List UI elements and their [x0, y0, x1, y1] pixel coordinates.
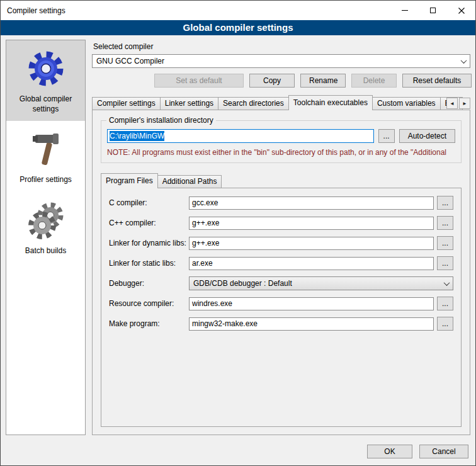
selected-compiler-combobox[interactable]: GNU GCC Compiler	[92, 54, 470, 68]
tab-custom-variables[interactable]: Custom variables	[372, 97, 441, 110]
set-as-default-button[interactable]: Set as default	[154, 74, 244, 88]
selected-compiler-label: Selected compiler	[93, 42, 470, 51]
tab-scroll-right-button[interactable]: ►	[459, 98, 470, 109]
cpp-compiler-input[interactable]	[189, 217, 434, 230]
tab-scroll-controls: ◄ ►	[446, 98, 470, 109]
static-linker-input[interactable]	[189, 257, 434, 270]
sidebar-item-global-compiler-settings[interactable]: Global compiler settings	[6, 40, 85, 121]
tab-linker-settings[interactable]: Linker settings	[160, 97, 218, 110]
dialog-header-title: Global compiler settings	[183, 22, 293, 33]
toolchain-executables-panel: Compiler's installation directory C:\ray…	[92, 110, 470, 435]
main-panel: Selected compiler GNU GCC Compiler Set a…	[92, 40, 470, 435]
titlebar: Compiler settings	[1, 1, 475, 20]
rename-button[interactable]: Rename	[300, 74, 346, 88]
dialog-header: Global compiler settings	[1, 20, 475, 35]
sidebar-item-label: Batch builds	[25, 246, 66, 256]
make-program-row: Make program: ...	[109, 317, 453, 331]
program-files-tabs: Program Files Additional Paths	[101, 173, 462, 188]
reset-defaults-button[interactable]: Reset defaults	[402, 74, 472, 88]
tab-toolchain-executables[interactable]: Toolchain executables	[288, 95, 373, 110]
c-compiler-input[interactable]	[189, 196, 434, 210]
tab-compiler-settings[interactable]: Compiler settings	[92, 97, 161, 110]
sidebar-item-profiler-settings[interactable]: Profiler settings	[6, 121, 85, 192]
window-controls	[390, 1, 475, 20]
chevron-down-icon	[458, 55, 470, 67]
bin-subdirectory-note: NOTE: All programs must exist either in …	[107, 148, 455, 157]
dynamic-linker-browse-button[interactable]: ...	[437, 236, 453, 250]
debugger-row: Debugger: GDB/CDB debugger : Default	[109, 276, 453, 290]
compiler-actions: Set as default Copy Rename Delete Reset …	[92, 74, 470, 88]
tab-program-files[interactable]: Program Files	[101, 173, 158, 188]
dynamic-linker-label: Linker for dynamic libs:	[109, 239, 189, 247]
dynamic-linker-row: Linker for dynamic libs: ...	[109, 236, 453, 250]
delete-button[interactable]: Delete	[351, 74, 397, 88]
sidebar-item-batch-builds[interactable]: Batch builds	[6, 192, 85, 263]
make-program-label: Make program:	[109, 319, 189, 328]
installation-directory-row: C:\raylib\MinGW ... Auto-detect	[107, 129, 455, 143]
tab-additional-paths[interactable]: Additional Paths	[157, 175, 222, 188]
c-compiler-label: C compiler:	[109, 198, 189, 207]
cancel-button[interactable]: Cancel	[419, 445, 468, 458]
arrow-right-icon: ►	[462, 101, 467, 106]
debugger-label: Debugger:	[109, 279, 189, 288]
static-linker-browse-button[interactable]: ...	[437, 256, 453, 270]
window-title: Compiler settings	[1, 6, 390, 15]
chevron-down-icon	[441, 277, 453, 290]
minimize-icon	[402, 10, 408, 11]
compiler-settings-tabs: Compiler settings Linker settings Search…	[92, 95, 470, 110]
resource-compiler-row: Resource compiler: ...	[109, 297, 453, 310]
installation-directory-input[interactable]: C:\raylib\MinGW	[107, 129, 374, 143]
cpp-compiler-browse-button[interactable]: ...	[437, 216, 453, 230]
minimize-button[interactable]	[390, 1, 419, 20]
auto-detect-button[interactable]: Auto-detect	[399, 129, 455, 143]
sidebar-item-label: Profiler settings	[20, 175, 72, 185]
maximize-icon	[430, 8, 436, 13]
cpp-compiler-label: C++ compiler:	[109, 219, 189, 227]
resource-compiler-input[interactable]	[189, 297, 434, 310]
installation-directory-value: C:\raylib\MinGW	[110, 131, 164, 141]
make-program-input[interactable]	[189, 317, 434, 331]
maximize-button[interactable]	[419, 1, 447, 20]
settings-category-sidebar: Global compiler settings Profiler settin…	[6, 40, 86, 435]
compiler-settings-dialog: Compiler settings Global compiler settin…	[0, 0, 476, 466]
tab-search-directories[interactable]: Search directories	[218, 97, 289, 110]
batch-builds-gears-icon	[26, 200, 66, 241]
resource-compiler-label: Resource compiler:	[109, 299, 189, 308]
dialog-body: Global compiler settings Profiler settin…	[1, 35, 475, 438]
program-files-panel: C compiler: ... C++ compiler: ... Linker…	[101, 188, 462, 427]
cpp-compiler-row: C++ compiler: ...	[109, 216, 453, 230]
static-linker-row: Linker for static libs: ...	[109, 256, 453, 270]
installation-directory-browse-button[interactable]: ...	[378, 129, 395, 143]
dynamic-linker-input[interactable]	[189, 237, 434, 250]
installation-directory-group: Compiler's installation directory C:\ray…	[101, 120, 462, 163]
selected-compiler-value: GNU GCC Compiler	[96, 57, 458, 65]
sidebar-item-label: Global compiler settings	[9, 94, 82, 114]
ok-button[interactable]: OK	[367, 445, 412, 458]
installation-directory-group-label: Compiler's installation directory	[106, 116, 216, 125]
dialog-footer: OK Cancel	[1, 438, 475, 465]
make-program-browse-button[interactable]: ...	[437, 317, 453, 331]
close-button[interactable]	[447, 1, 475, 20]
profiler-icon	[26, 129, 66, 169]
c-compiler-row: C compiler: ...	[109, 196, 453, 210]
resource-compiler-browse-button[interactable]: ...	[437, 297, 453, 310]
tab-scroll-left-button[interactable]: ◄	[446, 98, 458, 109]
close-icon	[458, 8, 465, 14]
copy-button[interactable]: Copy	[249, 74, 295, 88]
c-compiler-browse-button[interactable]: ...	[437, 196, 453, 210]
blue-gear-icon	[26, 48, 66, 89]
arrow-left-icon: ◄	[450, 101, 455, 106]
debugger-value: GDB/CDB debugger : Default	[193, 279, 441, 288]
static-linker-label: Linker for static libs:	[109, 259, 189, 268]
debugger-combobox[interactable]: GDB/CDB debugger : Default	[189, 276, 453, 290]
